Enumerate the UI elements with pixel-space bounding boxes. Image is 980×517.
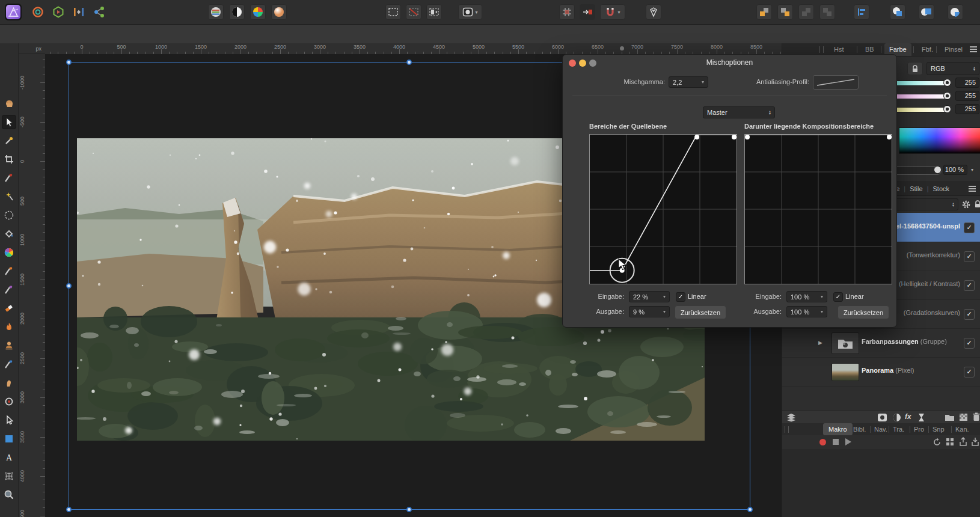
underlying-input-dropdown[interactable]: 100 % ▾ <box>786 291 827 302</box>
selection-handle-top-left[interactable] <box>66 60 72 65</box>
selection-handle-bottom-center[interactable] <box>406 507 412 512</box>
delete-layer-trash-icon[interactable] <box>973 412 980 423</box>
live-filter-hourglass-icon[interactable] <box>917 413 925 423</box>
tool-burn-tool[interactable] <box>2 320 16 334</box>
macro-step-grid-icon[interactable] <box>946 438 954 447</box>
layer-expander-icon[interactable]: ▶ <box>818 340 822 346</box>
color-mode-dropdown[interactable]: RGB ▴▾ <box>926 62 979 75</box>
horizontal-ruler[interactable]: 0500100015002000250030003500400045005000… <box>45 43 815 55</box>
source-ranges-curve[interactable] <box>589 134 737 284</box>
tool-flood-fill-tool[interactable] <box>2 227 16 241</box>
marquee-select-icon[interactable] <box>385 4 401 20</box>
blend-options-dialog[interactable]: Mischoptionen Mischgamma: 2,2 ▾ Antialia… <box>562 54 897 328</box>
adjustment-button-icon[interactable] <box>892 413 901 423</box>
layer-visibility-checkbox[interactable]: ✓ <box>964 338 975 349</box>
tab-bibl[interactable]: Bibl. <box>853 423 866 435</box>
contrast-adjustment-icon[interactable] <box>229 4 245 20</box>
force-pixel-alignment-icon[interactable] <box>580 4 595 20</box>
tab-snp[interactable]: Snp <box>933 423 945 435</box>
source-input-dropdown[interactable]: 22 % ▾ <box>629 291 670 302</box>
panel-drag-handle[interactable] <box>785 426 789 433</box>
tool-clone-stamp-tool[interactable] <box>2 338 16 353</box>
color-spectrum-picker[interactable] <box>899 127 980 154</box>
boolean-subtract-icon[interactable] <box>919 4 934 20</box>
panel-menu-icon[interactable] <box>969 186 976 194</box>
white-balance-adjustment-icon[interactable] <box>271 4 287 20</box>
assistant-icon[interactable] <box>646 4 661 20</box>
reset-macro-icon[interactable] <box>933 438 942 448</box>
selection-handle-top-center[interactable] <box>406 60 412 65</box>
deselect-icon[interactable] <box>406 4 421 20</box>
snapping-magnet-icon[interactable]: ▾ <box>600 4 625 20</box>
slider-r-knob[interactable] <box>943 79 951 87</box>
hsl-adjustment-icon[interactable] <box>250 4 266 20</box>
slider-b-value[interactable]: 255 <box>955 104 979 114</box>
source-linear-checkbox[interactable]: ✓ <box>676 292 685 302</box>
layer-visibility-checkbox[interactable]: ✓ <box>964 251 975 262</box>
slider-g-value[interactable]: 255 <box>955 91 979 101</box>
vertical-ruler[interactable]: -1000-5000500100015002000250030003500400… <box>18 54 46 517</box>
layer-visibility-checkbox[interactable]: ✓ <box>964 222 975 233</box>
blend-gamma-dropdown[interactable]: 2,2 ▾ <box>669 76 708 88</box>
blend-channel-dropdown[interactable]: Master ▴▾ <box>703 106 775 118</box>
source-reset-button[interactable]: Zurücksetzen <box>675 305 726 319</box>
color-opacity-knob[interactable] <box>934 166 942 174</box>
antialiasing-profile-button[interactable] <box>813 75 859 90</box>
tool-marquee-tool[interactable] <box>2 208 16 222</box>
layer-lock-icon[interactable] <box>974 200 980 209</box>
underlying-output-dropdown[interactable]: 100 % ▾ <box>786 306 827 317</box>
tool-view-tool[interactable] <box>2 96 16 111</box>
tab-fbf[interactable]: Fbf. <box>917 43 938 56</box>
chevron-down-icon[interactable]: ▾ <box>971 167 973 173</box>
import-macro-icon[interactable] <box>971 437 979 448</box>
panel-menu-icon[interactable] <box>970 46 977 54</box>
layer-effects-fx-icon[interactable]: fx <box>905 412 911 421</box>
tool-healing-brush-tool[interactable] <box>2 171 16 185</box>
selection-handle-bottom-right[interactable] <box>747 507 753 512</box>
tool-mesh-warp-tool[interactable] <box>2 469 16 483</box>
layer-visibility-checkbox[interactable]: ✓ <box>964 309 975 320</box>
tool-eraser-tool[interactable] <box>2 301 16 316</box>
selection-handle-mid-left[interactable] <box>66 283 72 289</box>
layer-settings-gear-icon[interactable] <box>961 200 971 210</box>
tab-pinsel[interactable]: Pinsel <box>940 43 967 56</box>
minimize-button[interactable] <box>579 60 586 67</box>
tool-flood-select-tool[interactable] <box>2 189 16 204</box>
color-opacity-value[interactable]: 100 % <box>943 165 967 175</box>
new-group-folder-icon[interactable] <box>945 413 955 423</box>
underlying-reset-button[interactable]: Zurücksetzen <box>838 305 889 319</box>
layer-row[interactable]: ▶Farbanpassungen (Gruppe)✓ <box>782 328 980 358</box>
tool-shape-tool[interactable] <box>2 432 16 446</box>
underlying-ranges-curve[interactable] <box>744 134 892 284</box>
tab-nav[interactable]: Nav. <box>874 423 887 435</box>
color-lock-icon[interactable] <box>907 62 923 75</box>
layer-visibility-checkbox[interactable]: ✓ <box>964 367 975 378</box>
boolean-intersect-icon[interactable] <box>948 4 963 20</box>
liquify-persona-icon[interactable] <box>30 4 46 20</box>
new-layer-icon[interactable] <box>959 413 968 423</box>
tab-makro[interactable]: Makro <box>823 423 853 435</box>
stop-button[interactable] <box>833 439 839 445</box>
layers-stack-icon[interactable] <box>786 413 797 423</box>
move-backward-icon[interactable] <box>777 4 793 20</box>
export-persona-icon[interactable] <box>91 4 107 20</box>
tool-text-tool[interactable]: A <box>2 450 16 465</box>
move-to-front-icon[interactable] <box>798 4 814 20</box>
slider-g-knob[interactable] <box>943 92 951 100</box>
tool-zoom-tool[interactable] <box>2 488 16 502</box>
tab-tra[interactable]: Tra. <box>893 423 904 435</box>
alignment-icon[interactable] <box>854 4 869 20</box>
tool-node-tool[interactable] <box>2 413 16 427</box>
layer-row[interactable]: Panorama (Pixel)✓ <box>782 357 980 387</box>
slider-r-value[interactable]: 255 <box>955 78 979 88</box>
tool-crop-tool[interactable] <box>2 152 16 167</box>
tab-pro[interactable]: Pro <box>914 423 924 435</box>
play-button[interactable] <box>845 438 851 445</box>
tool-red-eye-tool[interactable] <box>2 394 16 409</box>
panel-drag-handle[interactable] <box>819 46 824 53</box>
boolean-add-icon[interactable] <box>890 4 905 20</box>
tool-color-picker-tool[interactable] <box>2 133 16 148</box>
tool-blur-tool[interactable] <box>2 357 16 372</box>
invert-selection-icon[interactable] <box>426 4 442 20</box>
move-to-back-icon[interactable] <box>819 4 835 20</box>
